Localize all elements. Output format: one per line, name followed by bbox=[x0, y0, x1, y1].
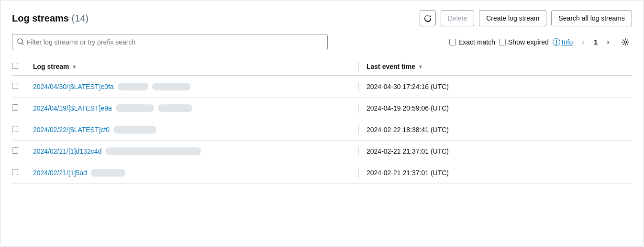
log-stream-cell: 2024/02/21/[1]5ad bbox=[29, 162, 355, 184]
column-divider bbox=[358, 103, 359, 113]
redacted-pill bbox=[118, 83, 148, 90]
select-all-header bbox=[12, 58, 29, 76]
row-checkbox[interactable] bbox=[12, 83, 18, 89]
create-log-stream-button[interactable]: Create log stream bbox=[479, 10, 546, 26]
table-row: 2024/04/30/[$LATEST]e0fa2024-04-30 17:24… bbox=[12, 76, 632, 98]
last-event-cell: 2024-02-21 21:37:01 (UTC) bbox=[363, 141, 632, 162]
last-event-cell: 2024-04-19 20:59:06 (UTC) bbox=[363, 98, 632, 119]
show-expired-label: Show expired bbox=[508, 38, 549, 46]
stream-name-link[interactable]: 2024/04/19/[$LATEST]e9a bbox=[33, 104, 112, 112]
row-checkbox-cell bbox=[12, 119, 29, 141]
stream-sort-icon: ▼ bbox=[72, 64, 77, 69]
exact-match-group: Exact match bbox=[449, 38, 495, 46]
row-checkbox-cell bbox=[12, 98, 29, 119]
column-divider bbox=[358, 168, 359, 178]
stream-name-link[interactable]: 2024/02/22/[$LATEST]cf0 bbox=[33, 126, 110, 134]
redacted-pill bbox=[158, 104, 192, 112]
table-row: 2024/02/21/[1]d132c4d2024-02-21 21:37:01… bbox=[12, 141, 632, 162]
page-number: 1 bbox=[592, 38, 600, 46]
table-body: 2024/04/30/[$LATEST]e0fa2024-04-30 17:24… bbox=[12, 76, 632, 184]
last-event-cell: 2024-02-21 21:37:01 (UTC) bbox=[363, 162, 632, 184]
svg-line-1 bbox=[22, 43, 23, 45]
search-icon bbox=[17, 38, 24, 46]
log-streams-table-wrapper: Log stream ▼ Last event time ▼ bbox=[12, 58, 632, 184]
divider-cell bbox=[355, 98, 363, 119]
log-streams-table: Log stream ▼ Last event time ▼ bbox=[12, 58, 632, 184]
filter-row: Exact match Show expired i Info ‹ 1 › bbox=[12, 34, 632, 50]
last-event-header[interactable]: Last event time ▼ bbox=[363, 58, 632, 76]
redacted-pill bbox=[105, 147, 201, 155]
divider-cell bbox=[355, 119, 363, 141]
next-page-button[interactable]: › bbox=[601, 35, 615, 49]
divider-cell bbox=[355, 141, 363, 162]
stream-name-link[interactable]: 2024/02/21/[1]d132c4d bbox=[33, 147, 101, 155]
table-row: 2024/04/19/[$LATEST]e9a2024-04-19 20:59:… bbox=[12, 98, 632, 119]
prev-page-button[interactable]: ‹ bbox=[577, 35, 590, 49]
redacted-pill bbox=[152, 83, 190, 90]
refresh-icon bbox=[424, 14, 432, 22]
divider-header bbox=[355, 58, 363, 76]
row-checkbox[interactable] bbox=[12, 126, 18, 132]
row-checkbox[interactable] bbox=[12, 147, 18, 154]
exact-match-checkbox[interactable] bbox=[449, 39, 456, 45]
redacted-pill bbox=[91, 169, 125, 177]
last-event-cell: 2024-02-22 18:38:41 (UTC) bbox=[363, 119, 632, 141]
row-checkbox[interactable] bbox=[12, 104, 18, 111]
svg-point-2 bbox=[624, 41, 627, 44]
stream-name-link[interactable]: 2024/04/30/[$LATEST]e0fa bbox=[33, 83, 114, 90]
exact-match-label: Exact match bbox=[458, 38, 495, 46]
filter-options: Exact match Show expired i Info ‹ 1 › bbox=[333, 35, 632, 49]
info-icon: i bbox=[553, 38, 560, 46]
column-settings-button[interactable] bbox=[619, 35, 632, 49]
last-event-cell: 2024-04-30 17:24:16 (UTC) bbox=[363, 76, 632, 98]
redacted-pill bbox=[116, 104, 154, 112]
show-expired-checkbox[interactable] bbox=[499, 39, 506, 45]
gear-icon bbox=[622, 38, 629, 46]
search-box bbox=[12, 34, 328, 50]
row-checkbox[interactable] bbox=[12, 169, 18, 175]
column-divider bbox=[358, 125, 359, 135]
page-title: Log streams (14) bbox=[12, 13, 89, 24]
table-row: 2024/02/22/[$LATEST]cf02024-02-22 18:38:… bbox=[12, 119, 632, 141]
log-stream-cell: 2024/02/22/[$LATEST]cf0 bbox=[29, 119, 355, 141]
show-expired-group: Show expired bbox=[499, 38, 549, 46]
divider-cell bbox=[355, 76, 363, 98]
row-checkbox-cell bbox=[12, 76, 29, 98]
log-stream-header[interactable]: Log stream ▼ bbox=[29, 58, 355, 76]
row-checkbox-cell bbox=[12, 162, 29, 184]
info-link[interactable]: i Info bbox=[553, 38, 573, 46]
log-stream-cell: 2024/02/21/[1]d132c4d bbox=[29, 141, 355, 162]
filter-input[interactable] bbox=[27, 38, 322, 46]
row-checkbox-cell bbox=[12, 141, 29, 162]
event-sort-icon: ▼ bbox=[418, 64, 423, 69]
redacted-pill bbox=[113, 126, 156, 134]
pagination: ‹ 1 › bbox=[577, 35, 615, 49]
header-row: Log streams (14) Delete Create log strea… bbox=[12, 10, 632, 26]
column-divider bbox=[358, 82, 359, 91]
search-all-log-streams-button[interactable]: Search all log streams bbox=[551, 10, 632, 26]
table-header-row: Log stream ▼ Last event time ▼ bbox=[12, 58, 632, 76]
log-stream-cell: 2024/04/19/[$LATEST]e9a bbox=[29, 98, 355, 119]
column-divider bbox=[358, 146, 359, 156]
select-all-checkbox[interactable] bbox=[12, 63, 18, 69]
log-stream-cell: 2024/04/30/[$LATEST]e0fa bbox=[29, 76, 355, 98]
divider-cell bbox=[355, 162, 363, 184]
main-container: Log streams (14) Delete Create log strea… bbox=[0, 0, 644, 247]
refresh-button[interactable] bbox=[420, 10, 436, 26]
table-row: 2024/02/21/[1]5ad2024-02-21 21:37:01 (UT… bbox=[12, 162, 632, 184]
delete-button[interactable]: Delete bbox=[441, 10, 474, 26]
stream-name-link[interactable]: 2024/02/21/[1]5ad bbox=[33, 169, 87, 177]
